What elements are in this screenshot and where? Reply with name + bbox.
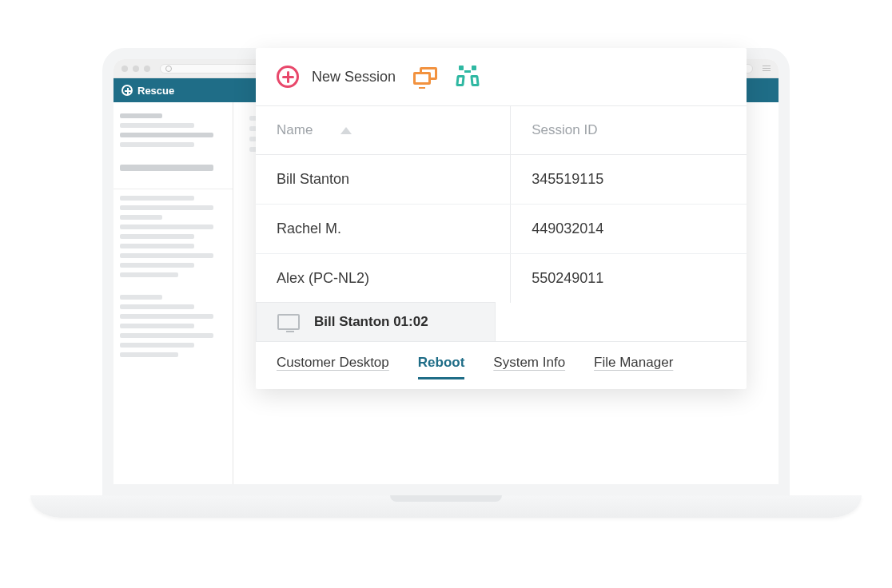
rescue-logo-icon bbox=[121, 85, 133, 96]
traffic-light-dot bbox=[133, 66, 139, 72]
new-session-button[interactable]: New Session bbox=[277, 66, 396, 88]
tab-reboot[interactable]: Reboot bbox=[418, 355, 465, 379]
globe-icon bbox=[165, 66, 172, 72]
traffic-light-dot bbox=[121, 66, 128, 72]
plus-circle-icon bbox=[277, 66, 299, 88]
traffic-light-dot bbox=[144, 66, 150, 72]
active-session-label: Bill Stanton 01:02 bbox=[314, 314, 428, 330]
sessions-panel: New Session Name Session ID Bill Stanton… bbox=[256, 48, 747, 389]
hamburger-icon[interactable] bbox=[763, 66, 771, 71]
sidebar bbox=[113, 102, 233, 484]
cell-session-id: 550249011 bbox=[532, 270, 603, 286]
monitor-icon bbox=[277, 314, 300, 330]
table-row[interactable]: Alex (PC-NL2) 550249011 bbox=[256, 254, 747, 303]
table-header: Name Session ID bbox=[256, 105, 747, 155]
laptop-base bbox=[30, 495, 862, 518]
column-header-session-id[interactable]: Session ID bbox=[511, 106, 747, 154]
cell-name: Rachel M. bbox=[277, 220, 341, 236]
column-header-name[interactable]: Name bbox=[256, 106, 511, 154]
column-label: Session ID bbox=[532, 122, 597, 137]
tab-customer-desktop[interactable]: Customer Desktop bbox=[277, 355, 389, 379]
active-session-tab[interactable]: Bill Stanton 01:02 bbox=[256, 302, 496, 341]
table-row[interactable]: Bill Stanton 345519115 bbox=[256, 155, 747, 205]
binoculars-icon[interactable] bbox=[456, 67, 479, 86]
app-name: Rescue bbox=[137, 85, 174, 97]
action-bar: Customer Desktop Reboot System Info File… bbox=[256, 341, 747, 389]
column-label: Name bbox=[277, 122, 313, 137]
tab-system-info[interactable]: System Info bbox=[493, 355, 565, 379]
cell-session-id: 449032014 bbox=[532, 220, 603, 236]
sort-ascending-icon bbox=[340, 127, 352, 134]
tab-file-manager[interactable]: File Manager bbox=[594, 355, 673, 379]
panel-header: New Session bbox=[256, 48, 747, 105]
cell-session-id: 345519115 bbox=[532, 171, 603, 187]
cell-name: Bill Stanton bbox=[277, 171, 349, 187]
table-row[interactable]: Rachel M. 449032014 bbox=[256, 205, 747, 254]
new-session-label: New Session bbox=[312, 69, 396, 85]
monitors-icon[interactable] bbox=[413, 67, 439, 86]
cell-name: Alex (PC-NL2) bbox=[277, 270, 369, 286]
